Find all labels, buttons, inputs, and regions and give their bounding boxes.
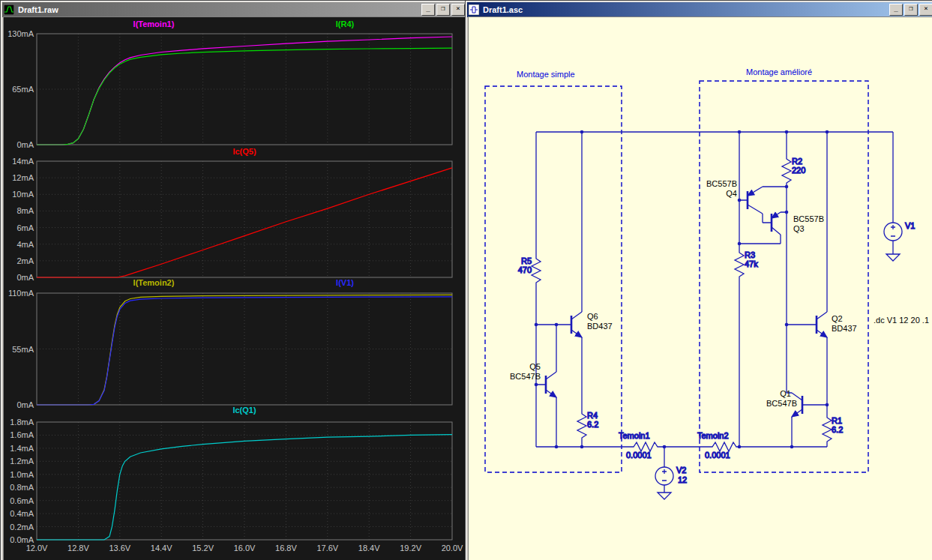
voltage-source-V2[interactable]: V2 12 — [655, 466, 687, 485]
spice-directive[interactable]: .dc V1 12 20 .1 — [874, 316, 929, 325]
schematic-window: Draft1.asc _ ❒ × Montage simple Montage … — [465, 0, 932, 560]
montage-simple-box[interactable] — [485, 86, 622, 472]
v2-name[interactable]: V2 — [676, 466, 686, 475]
x-tick-label: 12.0V — [26, 544, 48, 553]
schematic-canvas[interactable]: Montage simple Montage amélioré — [468, 16, 932, 560]
x-tick-label: 20.0V — [442, 544, 463, 553]
comment-montage-simple[interactable]: Montage simple — [517, 70, 575, 79]
trace-label-I(Temoin2)[interactable]: I(Temoin2) — [133, 278, 175, 287]
q6-value[interactable]: BD437 — [587, 322, 613, 331]
temoin2-name[interactable]: Temoin2 — [697, 431, 729, 440]
transistor-Q3[interactable]: BC557B Q3 — [772, 212, 824, 235]
y-tick-label: 14mA — [12, 157, 34, 166]
r5-value[interactable]: 470 — [518, 265, 532, 274]
minimize-button[interactable]: _ — [421, 4, 435, 16]
temoin1-name[interactable]: Temoin1 — [619, 431, 650, 440]
v1-name[interactable]: V1 — [905, 221, 915, 230]
r4-value[interactable]: 6.2 — [587, 420, 598, 429]
temoin1-value[interactable]: 0.0001 — [626, 451, 652, 460]
minimize-button[interactable]: _ — [889, 4, 903, 16]
comment-montage-ameliore[interactable]: Montage amélioré — [746, 67, 812, 76]
y-tick-label: 1.4mA — [10, 444, 34, 453]
schematic-app-icon — [469, 4, 479, 15]
voltage-source-V1[interactable]: V1 — [884, 221, 915, 241]
trace-label-Ic(Q1)[interactable]: Ic(Q1) — [232, 406, 256, 415]
r5-name[interactable]: R5 — [521, 256, 532, 265]
x-tick-label: 15.2V — [192, 544, 214, 553]
y-tick-label: 130mA — [7, 29, 34, 38]
montage-ameliore-box[interactable] — [700, 81, 868, 472]
resistor-Temoin1[interactable]: Temoin1 0.0001 — [619, 431, 661, 460]
waveform-app-icon — [4, 4, 14, 15]
schematic-window-titlebar[interactable]: Draft1.asc _ ❒ × — [467, 2, 932, 17]
q3-name[interactable]: Q3 — [793, 224, 805, 233]
waveform-plot-svg[interactable]: 0mA65mA130mAI(Temoin1)I(R4)0mA2mA4mA6mA8… — [4, 17, 463, 559]
trace-label-Ic(Q5)[interactable]: Ic(Q5) — [232, 147, 256, 156]
y-tick-label: 0mA — [16, 273, 34, 282]
x-tick-label: 19.2V — [400, 544, 421, 553]
y-tick-label: 0mA — [16, 400, 34, 409]
q4-name[interactable]: Q4 — [726, 189, 737, 198]
q1-name[interactable]: Q1 — [780, 389, 791, 398]
y-tick-label: 1.6mA — [10, 430, 34, 439]
q3-value[interactable]: BC557B — [793, 214, 824, 223]
y-tick-label: 55mA — [12, 345, 34, 354]
q1-value[interactable]: BC547B — [766, 399, 797, 408]
r2-value[interactable]: 220 — [792, 166, 805, 175]
q5-value[interactable]: BC547B — [510, 372, 541, 381]
trace-label-I(V1)[interactable]: I(V1) — [336, 278, 354, 287]
schematic-svg: Montage simple Montage amélioré — [469, 17, 931, 559]
y-tick-label: 1.0mA — [10, 470, 34, 479]
resistor-Temoin2[interactable]: Temoin2 0.0001 — [697, 431, 739, 460]
y-tick-label: 12mA — [12, 173, 34, 182]
ground-symbol-v2 — [658, 493, 671, 499]
r4-name[interactable]: R4 — [587, 411, 598, 420]
q5-name[interactable]: Q5 — [529, 362, 541, 371]
q6-name[interactable]: Q6 — [587, 312, 598, 321]
r3-value[interactable]: 47k — [745, 259, 758, 268]
transistor-Q4[interactable]: BC557B Q4 — [706, 179, 763, 214]
x-tick-label: 18.4V — [358, 544, 380, 553]
y-tick-label: 0.8mA — [10, 483, 34, 492]
y-tick-label: 0mA — [16, 140, 34, 149]
plot-pane-border — [37, 161, 452, 277]
maximize-button[interactable]: ❒ — [436, 4, 450, 16]
transistor-Q5[interactable]: Q5 BC547B — [510, 362, 556, 397]
x-tick-label: 13.6V — [109, 544, 130, 553]
v2-value[interactable]: 12 — [678, 475, 687, 484]
r1-value[interactable]: 6.2 — [832, 425, 843, 434]
resistor-R4[interactable]: R4 6.2 — [577, 411, 598, 441]
resistor-R5[interactable]: R5 470 — [518, 256, 541, 286]
transistor-Q2[interactable]: Q2 BD437 — [817, 312, 857, 337]
trace-label-I(R4)[interactable]: I(R4) — [336, 19, 355, 28]
r3-name[interactable]: R3 — [745, 250, 755, 259]
r1-name[interactable]: R1 — [832, 416, 842, 425]
r2-name[interactable]: R2 — [792, 157, 802, 166]
resistor-R2[interactable]: R2 220 — [782, 156, 805, 186]
y-tick-label: 6mA — [16, 223, 34, 232]
plot-pane-border — [37, 422, 452, 540]
transistor-Q1[interactable]: Q1 BC547B — [766, 389, 802, 417]
trace-label-I(Temoin1)[interactable]: I(Temoin1) — [133, 19, 175, 28]
y-tick-label: 1.8mA — [10, 418, 34, 427]
y-tick-label: 110mA — [8, 289, 34, 298]
q4-value[interactable]: BC557B — [706, 179, 737, 188]
q2-value[interactable]: BD437 — [832, 324, 857, 333]
y-tick-label: 0.4mA — [10, 509, 34, 518]
q2-name[interactable]: Q2 — [832, 314, 843, 323]
maximize-button[interactable]: ❒ — [904, 4, 918, 16]
schematic-window-title: Draft1.asc — [481, 5, 888, 14]
y-tick-label: 65mA — [12, 85, 34, 94]
resistor-R1[interactable]: R1 6.2 — [823, 415, 843, 445]
y-tick-label: 10mA — [12, 190, 34, 199]
waveform-plot-area[interactable]: 0mA65mA130mAI(Temoin1)I(R4)0mA2mA4mA6mA8… — [3, 16, 466, 560]
resistor-R3[interactable]: R3 47k — [735, 250, 758, 280]
waveform-window-titlebar[interactable]: Draft1.raw _ ❒ × — [2, 2, 466, 17]
temoin2-value[interactable]: 0.0001 — [705, 451, 730, 460]
x-tick-label: 16.0V — [234, 544, 256, 553]
close-button[interactable]: × — [451, 4, 465, 16]
close-button[interactable]: × — [919, 4, 932, 16]
waveform-window-title: Draft1.raw — [16, 5, 420, 14]
transistor-Q6[interactable]: Q6 BD437 — [571, 312, 613, 337]
x-tick-label: 12.8V — [67, 544, 89, 553]
